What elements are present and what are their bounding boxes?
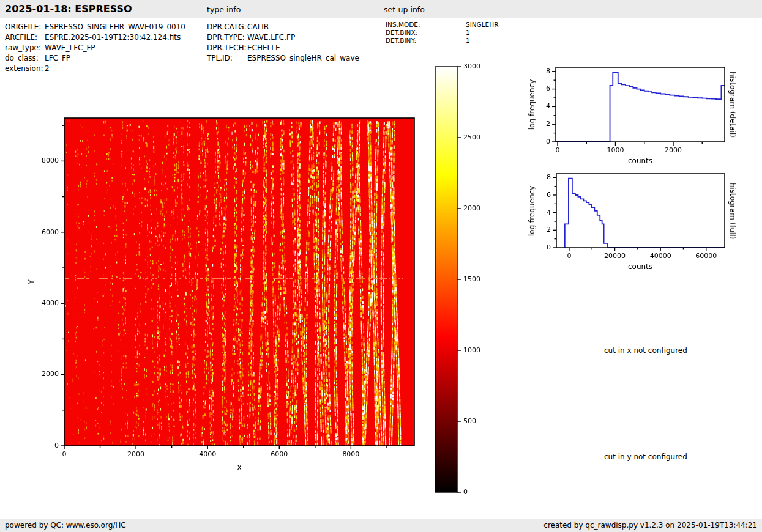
file-info-block: ORIGFILE: ESPRESSO_SINGLEHR_WAVE019_0010…: [5, 22, 185, 74]
meta-value: 1: [466, 29, 470, 37]
meta-value: ECHELLE: [247, 43, 280, 53]
cut-y-message: cut in y not configured: [604, 453, 687, 461]
file-info-row: ORIGFILE: ESPRESSO_SINGLEHR_WAVE019_0010: [5, 22, 185, 32]
file-info-row: extension: 2: [5, 64, 185, 74]
raw-image-y-axis-label: Y: [27, 279, 35, 284]
meta-label: extension:: [5, 64, 45, 74]
histogram-full-y-axis-label: log frequency: [528, 186, 536, 236]
meta-value: 2: [45, 64, 50, 74]
histogram-detail-y-axis-label: log frequency: [528, 79, 536, 130]
meta-value: LFC_FP: [45, 53, 70, 64]
meta-label: ARCFILE:: [5, 32, 45, 43]
type-info-row: DPR.CATG: CALIB: [207, 22, 359, 32]
footer-bar: powered by QC: www.eso.org/HC created by…: [0, 519, 762, 532]
footer-left-text: powered by QC: www.eso.org/HC: [5, 519, 126, 532]
meta-value: CALIB: [247, 22, 269, 32]
meta-label: DET.BINY:: [386, 37, 466, 45]
setup-info-row: DET.BINY: 1: [386, 37, 498, 45]
type-info-row: DPR.TYPE: WAVE,LFC,FP: [207, 32, 359, 43]
meta-label: ORIGFILE:: [5, 22, 45, 32]
histogram-detail-x-axis-label: counts: [628, 157, 652, 165]
header-bar: 2025-01-18: ESPRESSO type info set-up in…: [0, 0, 762, 18]
colorbar: [425, 58, 505, 501]
setup-info-row: DET.BINX: 1: [386, 29, 498, 37]
meta-value: SINGLEHR: [466, 21, 498, 29]
meta-value: ESPRE.2025-01-19T12:30:42.124.fits: [45, 32, 181, 43]
type-info-row: TPL.ID: ESPRESSO_singleHR_cal_wave: [207, 53, 359, 64]
meta-label: do_class:: [5, 53, 45, 64]
meta-label: DPR.TYPE:: [207, 32, 247, 43]
meta-value: 1: [466, 37, 470, 45]
histogram-detail-title: histogram (detail): [728, 72, 737, 138]
footer-right-text: created by qc_rawdisp.py v1.2.3 on 2025-…: [543, 519, 757, 532]
page-title: 2025-01-18: ESPRESSO: [5, 3, 132, 15]
type-info-header: type info: [207, 5, 241, 14]
type-info-block: DPR.CATG: CALIB DPR.TYPE: WAVE,LFC,FP DP…: [207, 22, 359, 64]
file-info-row: do_class: LFC_FP: [5, 53, 185, 64]
meta-label: TPL.ID:: [207, 53, 247, 64]
histogram-detail-plot: [523, 58, 762, 165]
type-info-row: DPR.TECH: ECHELLE: [207, 43, 359, 53]
histogram-full-x-axis-label: counts: [628, 262, 652, 271]
meta-label: DPR.TECH:: [207, 43, 247, 53]
histogram-full-title: histogram (full): [728, 183, 737, 240]
histogram-full-plot: [523, 165, 762, 272]
meta-value: ESPRESSO_singleHR_cal_wave: [247, 53, 359, 64]
meta-label: INS.MODE:: [386, 21, 466, 29]
meta-label: DET.BINX:: [386, 29, 466, 37]
meta-value: WAVE_LFC_FP: [45, 43, 95, 53]
raw-image-plot: [24, 107, 453, 483]
cut-x-message: cut in x not configured: [604, 346, 687, 355]
setup-info-row: INS.MODE: SINGLEHR: [386, 21, 498, 29]
qc-rawdisp-report: 2025-01-18: ESPRESSO type info set-up in…: [0, 0, 762, 532]
meta-value: ESPRESSO_SINGLEHR_WAVE019_0010: [45, 22, 185, 32]
meta-label: DPR.CATG:: [207, 22, 247, 32]
setup-info-header: set-up info: [384, 5, 425, 14]
raw-image-x-axis-label: X: [237, 464, 242, 472]
file-info-row: raw_type: WAVE_LFC_FP: [5, 43, 185, 53]
meta-label: raw_type:: [5, 43, 45, 53]
meta-value: WAVE,LFC,FP: [247, 32, 295, 43]
setup-info-block: INS.MODE: SINGLEHR DET.BINX: 1 DET.BINY:…: [386, 21, 498, 44]
file-info-row: ARCFILE: ESPRE.2025-01-19T12:30:42.124.f…: [5, 32, 185, 43]
